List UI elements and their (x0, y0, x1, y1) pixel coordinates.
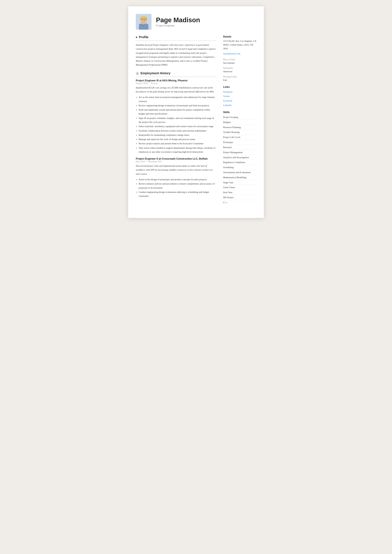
nationality-label: Nationality (223, 67, 256, 69)
list-item: Conduct engineering design evaluations a… (139, 190, 216, 198)
details-address: 1515 Pacific Ave, Los Angeles, CA 90291,… (223, 39, 256, 50)
skills-section: Skills Project Scoping Budgets Resource … (223, 111, 256, 205)
skill-item: Prototypes (223, 140, 256, 145)
skill-item: Petri Nets (223, 190, 256, 195)
driving-license-value: Full (223, 78, 256, 82)
job-1-bullets: Act as the senior lead on proposal manag… (136, 95, 216, 154)
avatar (136, 14, 152, 30)
list-item: Manage and supervise the work of design … (139, 137, 216, 141)
skill-item: Trouble Shooting (223, 130, 256, 135)
nationality-block: Nationality American (223, 67, 256, 73)
list-item: Assist in the design of prototypes and p… (139, 178, 216, 182)
profile-section-title: ■ Profile (136, 35, 216, 39)
employment-icon: 👔 (136, 72, 139, 75)
place-of-birth-value: San Antonio (223, 61, 256, 65)
driving-license-label: Driving license (223, 75, 256, 78)
employment-divider (136, 77, 216, 77)
skill-item: Project Scoping (223, 115, 256, 120)
job-2-desc: Discovered project risks and implemented… (136, 164, 216, 176)
profile-icon: ■ (136, 36, 137, 39)
profile-section: ■ Profile Deadline focused Project Engin… (136, 35, 216, 67)
job-2-title: Project Engineer II at Crossroads Constr… (136, 157, 216, 160)
list-item: Draft and implement overall operational … (139, 108, 216, 116)
svg-point-11 (142, 21, 143, 21)
skill-item: Research (223, 145, 256, 150)
list-item: Review engineering design evaluations of… (139, 104, 216, 108)
job-1-date: January 2018 — Present (136, 82, 216, 85)
link-instagram[interactable]: Instagram (223, 90, 256, 94)
skill-item: Assessments and Evaluations (223, 170, 256, 175)
header-text: Page Madison Project Engineer (156, 16, 200, 27)
link-linkedin[interactable]: Linkedin (223, 103, 256, 107)
job-2-bullets: Assist in the design of prototypes and p… (136, 178, 216, 198)
nationality-value: American (223, 70, 256, 73)
links-section-title: Links (223, 86, 256, 88)
list-item: Facilitate collaboration between worker … (139, 129, 216, 133)
resume-card: Page Madison Project Engineer ■ Profile … (128, 6, 264, 218)
skill-item: Analytics and Investigation (223, 155, 256, 160)
link-facebook[interactable]: Facebook (223, 98, 256, 103)
list-item: Take action where needed to support depa… (139, 146, 216, 154)
place-of-birth-block: Place of birth San Antonio (223, 58, 256, 65)
job-1-desc: Implemented $512K cost savings on a $3.8… (136, 86, 216, 94)
employment-section-title: 👔 Employment History (136, 71, 216, 75)
skill-item: Budgets (223, 120, 256, 125)
list-item: Act as the senior lead on proposal manag… (139, 95, 216, 103)
details-email[interactable]: email@email.com (223, 51, 256, 56)
skill-item: Regulatory Compliance (223, 160, 256, 165)
two-column-layout: ■ Profile Deadline focused Project Engin… (136, 35, 256, 209)
header: Page Madison Project Engineer (136, 14, 256, 30)
svg-rect-8 (140, 19, 147, 20)
profile-text: Deadline focused Project Engineer with n… (136, 43, 216, 67)
header-title: Project Engineer (156, 24, 200, 27)
skill-item: Project Management (223, 150, 256, 155)
skill-item: Stage Gate (223, 180, 256, 185)
main-column: ■ Profile Deadline focused Project Engin… (136, 35, 216, 209)
skill-item: Project Life Cycle (223, 135, 256, 140)
list-item: Responsible for maintaining compliance r… (139, 133, 216, 137)
list-item: Select materials, machinery, equipment a… (139, 124, 216, 128)
job-1-title: Project Engineer III at AKA Mining, Phoe… (136, 79, 216, 82)
svg-point-12 (144, 21, 145, 21)
skill-item: Gantt Charts (223, 185, 256, 190)
skill-item: Mathematical Modelling (223, 175, 256, 180)
side-column: Details 1515 Pacific Ave, Los Angeles, C… (223, 35, 256, 209)
job-2-date: May 2016 — December 2017 (136, 160, 216, 163)
skill-item: C++ (223, 200, 256, 205)
list-item: Review industry policies and procedures … (139, 182, 216, 190)
skill-item: Resource Planning (223, 125, 256, 130)
skills-section-title: Skills (223, 111, 256, 114)
profile-divider (136, 41, 216, 41)
skill-item: MS Project (223, 195, 256, 200)
details-section: Details 1515 Pacific Ave, Los Angeles, C… (223, 35, 256, 82)
details-section-title: Details (223, 35, 256, 38)
place-of-birth-label: Place of birth (223, 58, 256, 61)
link-twitter[interactable]: Twitter (223, 94, 256, 98)
list-item: Review project reports and present them … (139, 142, 216, 146)
job-2: Project Engineer II at Crossroads Constr… (136, 157, 216, 198)
links-section: Links Instagram Twitter Facebook Linkedi… (223, 86, 256, 107)
list-item: Sign off on project schedules, budgets, … (139, 116, 216, 124)
driving-license-block: Driving license Full (223, 75, 256, 82)
header-name: Page Madison (156, 16, 200, 24)
employment-section: 👔 Employment History Project Engineer II… (136, 71, 216, 198)
skill-item: Scheduling (223, 165, 256, 170)
job-1: Project Engineer III at AKA Mining, Phoe… (136, 79, 216, 154)
